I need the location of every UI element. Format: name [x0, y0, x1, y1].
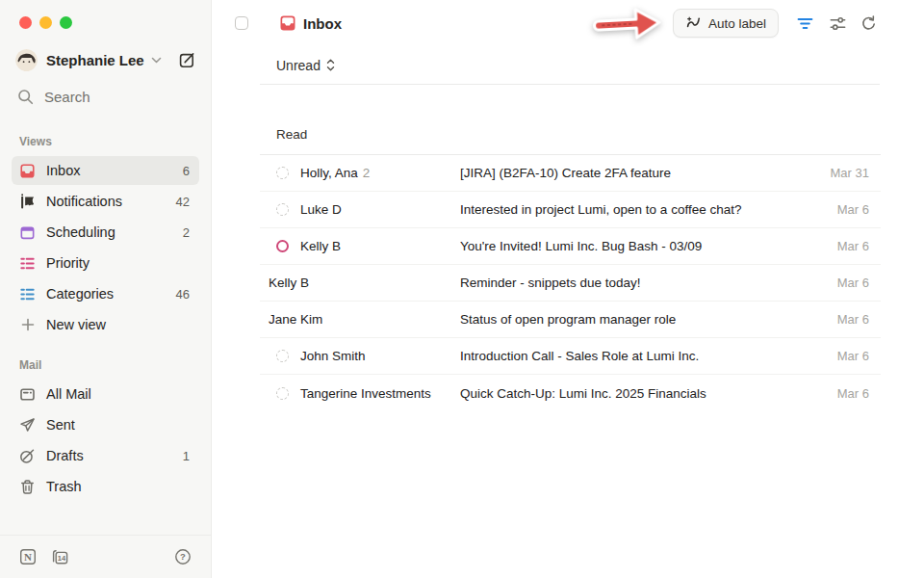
sidebar-item-count: 46	[176, 287, 190, 302]
page-title: Inbox	[303, 15, 342, 32]
priority-list-icon	[19, 255, 36, 272]
notion-app-icon[interactable]: N	[19, 548, 37, 565]
read-status-icon[interactable]	[276, 240, 289, 252]
sidebar-item-trash[interactable]: Trash	[12, 472, 199, 501]
filter-button[interactable]	[792, 11, 817, 36]
window-controls	[12, 0, 199, 29]
email-row[interactable]: Jane Kim Status of open program manager …	[260, 302, 881, 338]
sidebar-item-label: Scheduling	[46, 224, 183, 240]
auto-label-icon	[685, 15, 702, 32]
read-status-icon[interactable]	[276, 387, 289, 400]
sidebar-item-label: Categories	[46, 286, 176, 302]
email-sender: Jane Kim	[269, 312, 322, 327]
email-sender: Holly, Ana2	[300, 166, 370, 180]
sender-name: Holly, Ana	[300, 166, 358, 180]
sliders-icon	[829, 14, 847, 33]
email-subject: Introduction Call - Sales Role at Lumi I…	[460, 349, 837, 363]
sidebar-item-categories[interactable]: Categories 46	[12, 279, 199, 308]
email-subject: Reminder - snippets due today!	[460, 276, 837, 290]
email-subject: [JIRA] (B2FA-10) Create 2FA feature	[460, 166, 831, 180]
sidebar-item-priority[interactable]: Priority	[12, 249, 199, 277]
sidebar-item-inbox[interactable]: Inbox 6	[12, 156, 199, 185]
email-row-left: John Smith	[260, 349, 460, 363]
sidebar-item-drafts[interactable]: Drafts 1	[12, 441, 199, 470]
sidebar-item-sent[interactable]: Sent	[12, 410, 199, 439]
annotation-arrow-icon	[590, 3, 665, 45]
account-switcher[interactable]: Stephanie Lee	[12, 46, 199, 73]
view-title-group: Inbox	[279, 14, 342, 32]
categories-list-icon	[19, 286, 36, 302]
email-date: Mar 6	[837, 276, 881, 290]
email-row[interactable]: Kelly B Reminder - snippets due today! M…	[260, 265, 881, 302]
email-sender: Kelly B	[269, 276, 309, 290]
close-window-button[interactable]	[19, 16, 32, 29]
svg-text:?: ?	[180, 551, 186, 562]
email-row-left: Jane Kim	[260, 312, 460, 327]
sidebar-item-count: 2	[183, 225, 190, 240]
read-status-icon[interactable]	[276, 203, 289, 216]
email-row[interactable]: Tangerine Investments Quick Catch-Up: Lu…	[260, 375, 881, 411]
email-row[interactable]: John Smith Introduction Call - Sales Rol…	[260, 338, 881, 375]
sidebar-item-count: 6	[183, 164, 190, 178]
help-icon[interactable]: ?	[174, 548, 192, 565]
thread-count: 2	[363, 166, 371, 180]
sidebar-item-label: New view	[46, 317, 190, 332]
calendar-app-icon[interactable]: 14	[51, 548, 69, 565]
send-icon	[19, 417, 36, 434]
email-row[interactable]: Holly, Ana2 [JIRA] (B2FA-10) Create 2FA …	[260, 155, 881, 192]
email-row-left: Kelly B	[260, 239, 460, 253]
svg-text:N: N	[24, 551, 32, 563]
email-sender: John Smith	[300, 349, 366, 363]
read-status-icon[interactable]	[276, 350, 289, 362]
sidebar-item-label: Priority	[46, 255, 190, 271]
auto-label-button[interactable]: Auto label	[673, 9, 779, 38]
sidebar: Stephanie Lee Search Views	[0, 0, 212, 578]
refresh-button[interactable]	[856, 11, 881, 36]
scheduling-icon	[19, 224, 36, 241]
email-subject: Status of open program manager role	[460, 312, 837, 327]
sidebar-item-notifications[interactable]: Notifications 42	[12, 187, 199, 216]
email-row-left: Kelly B	[260, 276, 460, 290]
select-all-checkbox[interactable]	[235, 16, 248, 30]
unread-sort-dropdown[interactable]: Unread	[276, 58, 336, 73]
compose-icon	[178, 51, 196, 69]
notifications-icon	[19, 194, 36, 210]
main-content: Inbox Auto label	[212, 0, 924, 578]
mail-app-window: Stephanie Lee Search Views	[0, 0, 924, 578]
profile-name: Stephanie Lee	[46, 52, 144, 68]
email-date: Mar 6	[837, 386, 881, 401]
email-sender: Kelly B	[300, 239, 341, 253]
all-mail-icon	[19, 386, 36, 403]
sender-name: Tangerine Investments	[300, 386, 431, 401]
sidebar-footer: N 14 ?	[0, 535, 211, 578]
read-status-icon[interactable]	[276, 167, 289, 179]
sidebar-item-count: 1	[183, 449, 190, 463]
sender-name: John Smith	[300, 349, 366, 363]
sender-name: Luke D	[300, 202, 342, 217]
sidebar-item-new-view[interactable]: New view	[12, 310, 199, 339]
filter-icon	[796, 14, 814, 33]
compose-button[interactable]	[174, 47, 199, 72]
email-subject: You're Invited! Lumi Inc. Bug Bash - 03/…	[460, 239, 837, 253]
draft-icon	[19, 448, 36, 464]
sender-name: Jane Kim	[269, 312, 322, 327]
email-date: Mar 6	[837, 202, 881, 217]
sidebar-item-label: Notifications	[46, 194, 176, 209]
email-sender: Luke D	[300, 202, 342, 217]
read-section-label: Read	[260, 127, 881, 144]
search-input[interactable]: Search	[12, 83, 199, 110]
search-icon	[17, 89, 34, 105]
zoom-window-button[interactable]	[60, 16, 72, 29]
chevron-down-icon	[151, 57, 162, 64]
sidebar-item-scheduling[interactable]: Scheduling 2	[12, 218, 199, 247]
avatar	[15, 49, 38, 71]
sidebar-item-all-mail[interactable]: All Mail	[12, 380, 199, 408]
minimize-window-button[interactable]	[39, 16, 52, 29]
email-date: Mar 6	[837, 312, 881, 327]
email-row[interactable]: Luke D Interested in project Lumi, open …	[260, 192, 881, 228]
sidebar-item-label: All Mail	[46, 386, 190, 402]
sidebar-item-label: Inbox	[46, 163, 183, 178]
email-row[interactable]: Kelly B You're Invited! Lumi Inc. Bug Ba…	[260, 228, 881, 265]
display-settings-button[interactable]	[825, 11, 850, 36]
email-row-left: Holly, Ana2	[260, 166, 460, 180]
